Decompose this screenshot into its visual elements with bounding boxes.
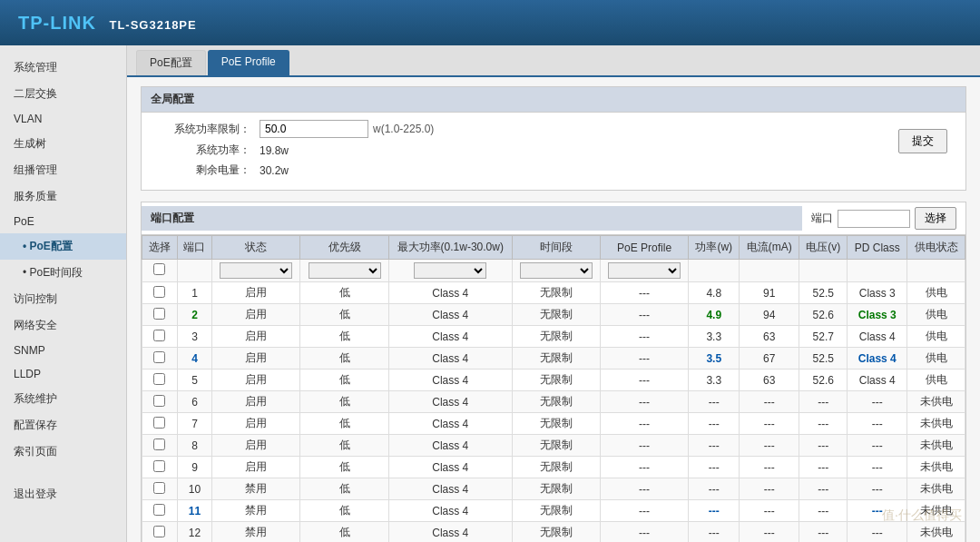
cell-schedule-8: 无限制 xyxy=(512,435,600,457)
cell-poe-profile-6: --- xyxy=(601,391,689,413)
cell-power-6: --- xyxy=(689,391,740,413)
sidebar-item-vlan[interactable]: VLAN xyxy=(0,107,126,131)
sidebar-item-index[interactable]: 索引页面 xyxy=(0,439,126,465)
sidebar-item-l2-switch[interactable]: 二层交换 xyxy=(0,81,126,107)
row-checkbox-10[interactable] xyxy=(153,482,165,494)
row-checkbox-3[interactable] xyxy=(153,330,165,341)
cell-pd-class-3: Class 4 xyxy=(848,326,907,348)
cell-checkbox-10[interactable] xyxy=(142,478,178,500)
row-checkbox-1[interactable] xyxy=(153,286,165,298)
cell-max-power-10: Class 4 xyxy=(388,478,512,500)
cell-checkbox-11[interactable] xyxy=(142,500,178,522)
cell-checkbox-7[interactable] xyxy=(142,413,178,435)
cell-checkbox-6[interactable] xyxy=(142,391,178,413)
th-power: 功率(w) xyxy=(689,236,740,260)
sidebar-item-poe-config[interactable]: • PoE配置 xyxy=(0,233,126,260)
cell-status-12: 禁用 xyxy=(212,522,300,543)
select-all-checkbox[interactable] xyxy=(153,263,165,275)
sidebar-item-sys-mgmt[interactable]: 系统管理 xyxy=(0,54,126,81)
cell-voltage-4: 52.5 xyxy=(799,348,848,370)
power-limit-input[interactable] xyxy=(260,120,368,138)
cell-schedule-10: 无限制 xyxy=(512,478,600,500)
cell-max-power-3: Class 4 xyxy=(388,326,512,348)
schedule-filter-select[interactable]: 无限制 xyxy=(520,262,593,279)
cell-max-power-6: Class 4 xyxy=(388,391,512,413)
cell-voltage-8: --- xyxy=(799,435,848,457)
cell-max-power-11: Class 4 xyxy=(388,500,512,522)
row-checkbox-12[interactable] xyxy=(153,526,165,537)
power-remain-label: 剩余电量： xyxy=(160,163,260,178)
filter-priority-cell[interactable]: 低 高 紧急 xyxy=(300,260,388,282)
port-select-button[interactable]: 选择 xyxy=(915,207,956,230)
cell-current-8: --- xyxy=(740,435,799,457)
table-row: 3 启用 低 Class 4 无限制 --- 3.3 63 52.7 Class… xyxy=(142,326,965,348)
cell-checkbox-1[interactable] xyxy=(142,282,178,304)
cell-power-3: 3.3 xyxy=(689,326,740,348)
cell-voltage-11: --- xyxy=(799,500,848,522)
row-checkbox-4[interactable] xyxy=(153,351,165,363)
cell-schedule-9: 无限制 xyxy=(512,457,600,478)
table-filter-row: 启用 禁用 低 高 紧急 xyxy=(142,260,965,282)
filter-schedule-cell[interactable]: 无限制 xyxy=(512,260,600,282)
sidebar-item-qos[interactable]: 服务质量 xyxy=(0,183,126,210)
row-checkbox-7[interactable] xyxy=(153,417,165,429)
status-filter-select[interactable]: 启用 禁用 xyxy=(220,262,292,279)
row-checkbox-9[interactable] xyxy=(153,460,165,472)
cell-pd-class-7: --- xyxy=(848,413,907,435)
cell-status-3: 启用 xyxy=(212,326,300,348)
cell-checkbox-12[interactable] xyxy=(142,522,178,543)
sidebar-item-config-save[interactable]: 配置保存 xyxy=(0,412,126,439)
port-config-table-area: 选择 端口 状态 优先级 最大功率(0.1w-30.0w) 时间段 PoE Pr… xyxy=(142,234,965,542)
cell-status-8: 启用 xyxy=(212,435,300,457)
cell-checkbox-5[interactable] xyxy=(142,370,178,391)
cell-supply-4: 供电 xyxy=(907,348,965,370)
sidebar-item-net-security[interactable]: 网络安全 xyxy=(0,312,126,339)
row-checkbox-2[interactable] xyxy=(153,308,165,320)
sidebar-item-snmp[interactable]: SNMP xyxy=(0,339,126,362)
th-max-power: 最大功率(0.1w-30.0w) xyxy=(388,236,512,260)
tabs-bar: PoE配置 PoE Profile xyxy=(127,45,980,77)
sidebar-item-lldp[interactable]: LLDP xyxy=(0,362,126,386)
filter-supply-cell xyxy=(907,260,965,282)
cell-supply-8: 未供电 xyxy=(907,435,965,457)
port-search-input[interactable] xyxy=(838,210,910,228)
filter-status-cell[interactable]: 启用 禁用 xyxy=(212,260,300,282)
max-power-filter-select[interactable]: Class 4 xyxy=(414,262,486,279)
cell-schedule-2: 无限制 xyxy=(512,304,600,326)
sidebar-item-multicast[interactable]: 组播管理 xyxy=(0,157,126,183)
cell-pd-class-4: Class 4 xyxy=(848,348,907,370)
filter-port-cell xyxy=(177,260,212,282)
table-row: 9 启用 低 Class 4 无限制 --- --- --- --- --- 未… xyxy=(142,457,965,478)
sidebar-item-poe-schedule[interactable]: • PoE时间段 xyxy=(0,260,126,286)
row-checkbox-6[interactable] xyxy=(153,395,165,407)
sidebar-item-stp[interactable]: 生成树 xyxy=(0,131,126,157)
poe-profile-filter-select[interactable]: --- xyxy=(608,262,681,279)
priority-filter-select[interactable]: 低 高 紧急 xyxy=(309,262,381,279)
port-config-table: 选择 端口 状态 优先级 最大功率(0.1w-30.0w) 时间段 PoE Pr… xyxy=(142,235,965,542)
sidebar-item-logout[interactable]: 退出登录 xyxy=(0,481,126,508)
sidebar-item-sys-maint[interactable]: 系统维护 xyxy=(0,386,126,412)
cell-checkbox-2[interactable] xyxy=(142,304,178,326)
row-checkbox-11[interactable] xyxy=(153,504,165,516)
row-checkbox-5[interactable] xyxy=(153,373,165,385)
filter-current-cell xyxy=(740,260,799,282)
cell-priority-2: 低 xyxy=(300,304,388,326)
cell-checkbox-3[interactable] xyxy=(142,326,178,348)
tab-poe-config[interactable]: PoE配置 xyxy=(136,50,206,75)
cell-power-7: --- xyxy=(689,413,740,435)
cell-max-power-5: Class 4 xyxy=(388,370,512,391)
global-submit-button[interactable]: 提交 xyxy=(898,129,947,153)
cell-checkbox-9[interactable] xyxy=(142,457,178,478)
row-checkbox-8[interactable] xyxy=(153,439,165,450)
sidebar-item-access-ctrl[interactable]: 访问控制 xyxy=(0,286,126,312)
cell-poe-profile-9: --- xyxy=(601,457,689,478)
cell-supply-2: 供电 xyxy=(907,304,965,326)
filter-poe-profile-cell[interactable]: --- xyxy=(601,260,689,282)
filter-max-power-cell[interactable]: Class 4 xyxy=(388,260,512,282)
cell-checkbox-4[interactable] xyxy=(142,348,178,370)
table-row: 11 禁用 低 Class 4 无限制 --- --- --- --- --- … xyxy=(142,500,965,522)
cell-checkbox-8[interactable] xyxy=(142,435,178,457)
global-config-body: 系统功率限制： w(1.0-225.0) 系统功率： 19.8w 剩余电量： 3… xyxy=(142,113,889,190)
tab-poe-profile[interactable]: PoE Profile xyxy=(208,50,289,75)
sidebar-item-poe[interactable]: PoE xyxy=(0,210,126,233)
